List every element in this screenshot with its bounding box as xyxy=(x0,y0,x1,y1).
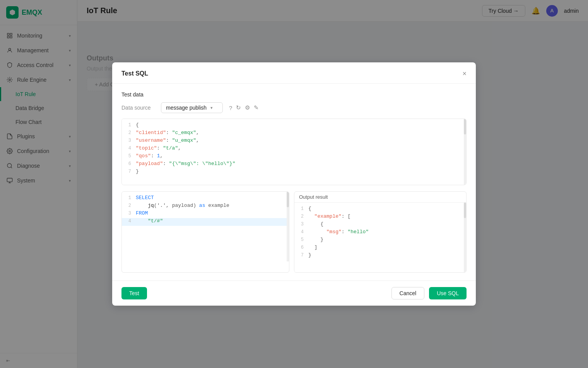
code-line: 4 "t/#" xyxy=(122,218,289,226)
code-line: 4 "msg": "hello" xyxy=(294,229,466,237)
test-sql-modal: Test SQL × Test data Data source message… xyxy=(112,62,476,306)
code-line: 2 jq('.', payload) as example xyxy=(122,203,289,210)
code-line: 2 "clientid": "c_emqx", xyxy=(122,130,466,138)
code-line: 7 } xyxy=(122,169,466,176)
scrollbar[interactable] xyxy=(464,203,466,272)
close-icon[interactable]: × xyxy=(462,70,467,77)
code-line: 3 "username": "u_emqx", xyxy=(122,138,466,145)
data-source-select[interactable]: message publish ▾ xyxy=(161,102,223,113)
code-line: 6 ] xyxy=(294,244,466,252)
code-line: 5 "qos": 1, xyxy=(122,153,466,161)
modal-header: Test SQL × xyxy=(112,62,476,84)
data-source-actions: ? ↻ ⚙ ✎ xyxy=(229,104,259,111)
sql-code-body: 1 SELECT 2 jq('.', payload) as example 3… xyxy=(122,192,289,261)
code-line: 2 "example": [ xyxy=(294,213,466,221)
test-data-label: Test data xyxy=(121,91,467,98)
modal-overlay: Test SQL × Test data Data source message… xyxy=(0,0,588,368)
refresh-icon[interactable]: ↻ xyxy=(236,104,241,111)
code-line: 3 { xyxy=(294,221,466,229)
code-line: 1 { xyxy=(294,206,466,213)
code-line: 1 SELECT xyxy=(122,195,289,203)
scrollbar[interactable] xyxy=(464,119,466,185)
data-source-row: Data source message publish ▾ ? ↻ ⚙ ✎ xyxy=(121,102,467,113)
modal-body: Test data Data source message publish ▾ … xyxy=(112,84,476,280)
footer-right: Cancel Use SQL xyxy=(391,287,467,299)
data-source-value: message publish xyxy=(166,105,207,111)
modal-title: Test SQL xyxy=(121,70,148,77)
output-result-code-body: 1 { 2 "example": [ 3 { 4 xyxy=(294,203,466,272)
code-line: 3 FROM xyxy=(122,210,289,218)
code-line: 4 "topic": "t/a", xyxy=(122,145,466,153)
test-data-code-body: 1 { 2 "clientid": "c_emqx", 3 "username"… xyxy=(122,119,466,185)
sql-editor[interactable]: 1 SELECT 2 jq('.', payload) as example 3… xyxy=(121,191,289,273)
edit-icon[interactable]: ✎ xyxy=(254,104,259,111)
cancel-button[interactable]: Cancel xyxy=(391,287,425,299)
data-source-label: Data source xyxy=(121,105,156,111)
code-line: 6 "payload": "{\"msg\": \"hello\"}" xyxy=(122,161,466,169)
output-result-label: Output result xyxy=(294,192,466,203)
modal-footer: Test Cancel Use SQL xyxy=(112,280,476,306)
code-line: 1 { xyxy=(122,122,466,130)
use-sql-button[interactable]: Use SQL xyxy=(429,287,467,299)
scrollbar[interactable] xyxy=(287,192,289,261)
settings-icon[interactable]: ⚙ xyxy=(245,104,250,111)
test-button[interactable]: Test xyxy=(121,287,147,299)
select-chevron-icon: ▾ xyxy=(210,105,213,110)
output-result-panel: Output result 1 { 2 "example": [ 3 xyxy=(294,191,467,273)
sql-output-panels: 1 SELECT 2 jq('.', payload) as example 3… xyxy=(121,191,467,273)
test-data-editor[interactable]: 1 { 2 "clientid": "c_emqx", 3 "username"… xyxy=(121,119,467,185)
code-line: 5 } xyxy=(294,237,466,244)
help-icon[interactable]: ? xyxy=(229,105,232,111)
code-line: 7 } xyxy=(294,252,466,260)
